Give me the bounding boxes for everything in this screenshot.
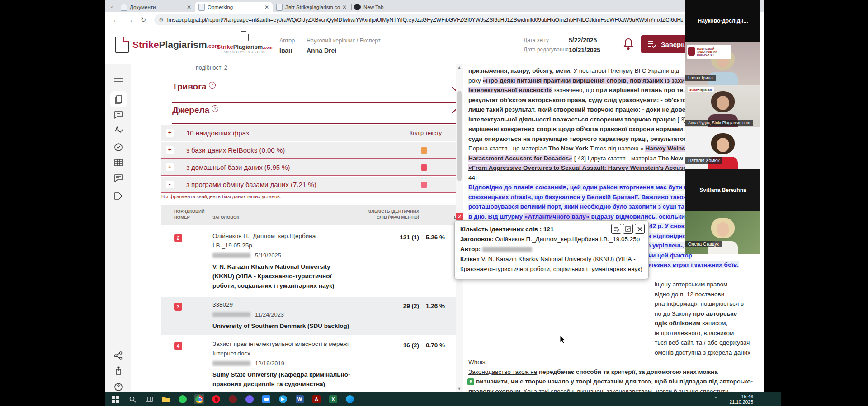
sources-section-title[interactable]: Джерела? <box>172 105 218 115</box>
tab-close-icon[interactable]: ✕ <box>264 4 269 10</box>
browser-tab[interactable]: Звіт Strikeplagiarism.com✕ <box>273 2 350 12</box>
tab-search-chevron-icon[interactable]: ⌄ <box>108 2 115 9</box>
tab-favicon-icon <box>354 4 361 10</box>
author-name: Іван <box>279 47 295 54</box>
tag-icon[interactable] <box>113 191 124 201</box>
viber-icon[interactable] <box>245 394 255 404</box>
site-settings-icon[interactable]: ⚙ <box>159 17 164 23</box>
source-title[interactable]: Олійников П._Диплом_кер.ЩербинаІ.В._19.0… <box>212 231 362 250</box>
source-title[interactable]: 338029 <box>212 300 362 309</box>
video-participant-tile[interactable]: StrikePlagiarismАнна Чудак, StrikePlagia… <box>685 85 760 127</box>
document-text: при <box>596 87 607 93</box>
video-participant-tile[interactable]: Svitlana Berezhna <box>685 169 760 211</box>
excel-icon[interactable]: X <box>328 394 338 404</box>
opera-icon[interactable] <box>211 394 221 404</box>
chevron-down-icon[interactable] <box>452 84 456 91</box>
browser-tab[interactable]: Opmerking✕ <box>195 2 273 12</box>
source-category-row[interactable]: +10 найдовших фразКолір тексту <box>161 125 456 141</box>
scrolled-partial-text: подібності 2 <box>196 65 227 71</box>
color-swatch[interactable] <box>421 147 427 154</box>
video-participant-tile[interactable]: Наталія Хомюк <box>685 127 760 169</box>
video-participant-tile[interactable]: Олена Стащук <box>685 211 760 254</box>
taskbar-clock[interactable]: 15:46 21.10.2025 <box>729 394 753 405</box>
source-title[interactable]: Захист прав інтелектуальної власності в … <box>212 339 362 358</box>
zoom-app-icon[interactable] <box>261 394 271 404</box>
edge-icon[interactable] <box>345 394 355 404</box>
reload-button[interactable]: ↻ <box>139 15 148 24</box>
redacted-author-name <box>212 361 250 366</box>
document-text: ів <box>655 330 659 336</box>
similarity-highlight[interactable]: «From Aggressive Overtures to Sexual Ass… <box>468 164 698 171</box>
browser-tab[interactable]: Документи✕ <box>117 2 195 12</box>
browser-tab[interactable]: New Tab <box>350 2 428 12</box>
task-view-icon[interactable] <box>144 394 154 404</box>
start-icon[interactable] <box>111 394 121 404</box>
check-circle-icon[interactable] <box>113 142 124 153</box>
word-icon[interactable]: W <box>295 394 305 404</box>
similarity-highlight[interactable]: союзницьких літаків, що базувалися у Вел… <box>468 194 696 201</box>
fragment-number-badge[interactable]: 6 <box>467 378 474 385</box>
similarity-highlight[interactable]: розташовувався великий порт, який необхі… <box>468 203 693 210</box>
tray-expand-icon[interactable]: ⌃ <box>714 396 718 401</box>
source-category-row[interactable]: -з програми обміну базами даних (7.21 %) <box>161 177 456 193</box>
source-table-row[interactable]: 4Захист прав інтелектуальної власності в… <box>161 336 456 392</box>
brave-icon[interactable] <box>228 394 238 404</box>
close-icon[interactable] <box>635 224 645 234</box>
notifications-bell-icon[interactable] <box>623 37 634 51</box>
expand-toggle-icon[interactable]: + <box>166 146 174 154</box>
similarity-highlight[interactable]: «Про деякі питання практики вирішення сп… <box>483 77 689 84</box>
match-number-badge[interactable]: 2 <box>456 213 463 220</box>
similarity-highlight[interactable]: Harassment Accusers for Decades» <box>468 155 572 162</box>
scrollbar-thumb[interactable] <box>457 91 462 181</box>
color-swatch[interactable] <box>421 182 427 188</box>
tab-close-icon[interactable]: ✕ <box>342 4 347 10</box>
tab-close-icon[interactable]: ✕ <box>187 4 191 10</box>
source-category-row[interactable]: +з бази даних RefBooks (0.00 %) <box>161 142 456 159</box>
help-icon[interactable] <box>113 382 124 392</box>
telegram-icon[interactable] <box>278 394 288 404</box>
forward-button[interactable]: → <box>125 15 134 24</box>
share-icon[interactable] <box>113 350 124 361</box>
expand-toggle-icon[interactable]: + <box>166 163 174 171</box>
source-table-row[interactable]: 2Олійников П._Диплом_кер.ЩербинаІ.В._19.… <box>161 229 456 295</box>
file-explorer-icon[interactable] <box>161 394 171 404</box>
scroll-up-icon[interactable]: ▲ <box>457 65 462 70</box>
similarity-highlight[interactable]: відразу відмовились, оскільки со <box>590 213 694 220</box>
expand-toggle-icon[interactable]: + <box>166 129 174 137</box>
source-table-row[interactable]: 333802911/24/2023University of Southern … <box>161 297 456 335</box>
help-icon[interactable]: ? <box>209 82 216 89</box>
similarity-highlight[interactable]: «Атлантичного валу» <box>524 213 590 220</box>
chevron-up-icon[interactable] <box>452 109 456 117</box>
similarity-highlight[interactable]: Відповідно до планів союзників, цей один… <box>468 184 694 191</box>
select-all-checkbox-icon[interactable] <box>623 224 633 234</box>
source-category-row[interactable]: +з домашньої бази даних (5.95 %) <box>161 159 456 176</box>
tab-favicon-icon <box>198 4 205 11</box>
comment-edit-icon[interactable] <box>113 109 124 120</box>
search-icon[interactable] <box>127 394 137 404</box>
help-icon[interactable]: ? <box>212 105 218 112</box>
similarity-highlight[interactable]: інтелектуальної власності» <box>468 87 552 93</box>
scroll-down-icon[interactable]: ▼ <box>457 386 462 392</box>
menu-icon[interactable] <box>113 76 124 87</box>
spellcheck-icon[interactable] <box>113 125 124 135</box>
expand-toggle-icon[interactable]: - <box>166 181 174 188</box>
accept-fragment-icon[interactable] <box>611 224 621 234</box>
grid-icon[interactable] <box>113 157 124 168</box>
similarity-highlight[interactable]: в дію. Від штурму <box>468 213 524 220</box>
alerts-section-title[interactable]: Тривога? <box>172 82 216 92</box>
color-swatch[interactable] <box>421 164 427 171</box>
export-icon[interactable] <box>113 365 124 376</box>
address-bar[interactable]: ⚙ lmsapi.plagiat.pl/report/?language=nl&… <box>154 14 697 25</box>
video-participant-tile[interactable]: ВОЛИНСЬКИЙ НАЦІОНАЛЬНИЙ УНІВЕРСИТЕТГлова… <box>685 42 760 85</box>
video-participant-tile[interactable]: Науково-дослідн... <box>685 0 760 42</box>
university-logo: ВОЛИНСЬКИЙ НАЦІОНАЛЬНИЙ УНІВЕРСИТЕТ <box>687 45 731 59</box>
chat-icon[interactable] <box>113 173 124 183</box>
documents-icon[interactable] <box>113 94 124 105</box>
chrome-icon[interactable] <box>194 394 204 404</box>
back-button[interactable]: ← <box>112 15 121 24</box>
whatsapp-icon[interactable] <box>178 394 188 404</box>
avatar-face <box>717 138 729 152</box>
similarity-highlight[interactable]: Harvey Weinst <box>645 145 687 152</box>
acrobat-icon[interactable]: A <box>311 394 321 404</box>
participant-name: Науково-дослідн... <box>685 18 760 24</box>
